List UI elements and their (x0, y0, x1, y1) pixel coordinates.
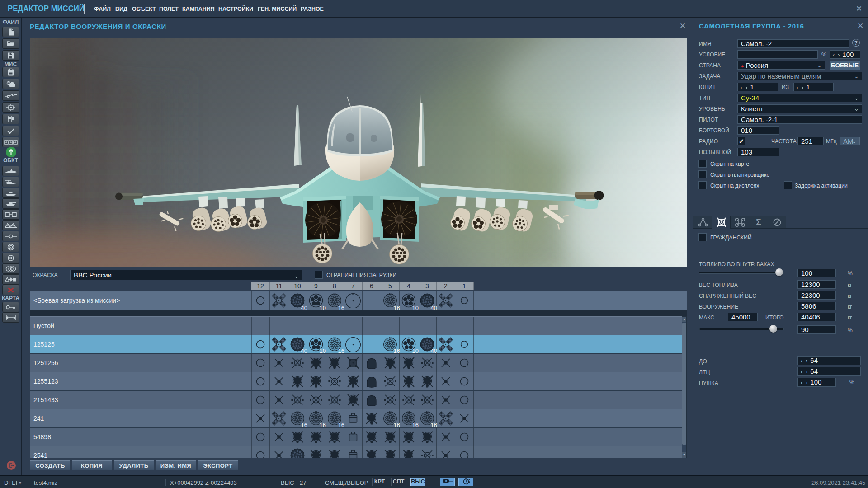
svg-text:Σ: Σ (756, 217, 761, 227)
